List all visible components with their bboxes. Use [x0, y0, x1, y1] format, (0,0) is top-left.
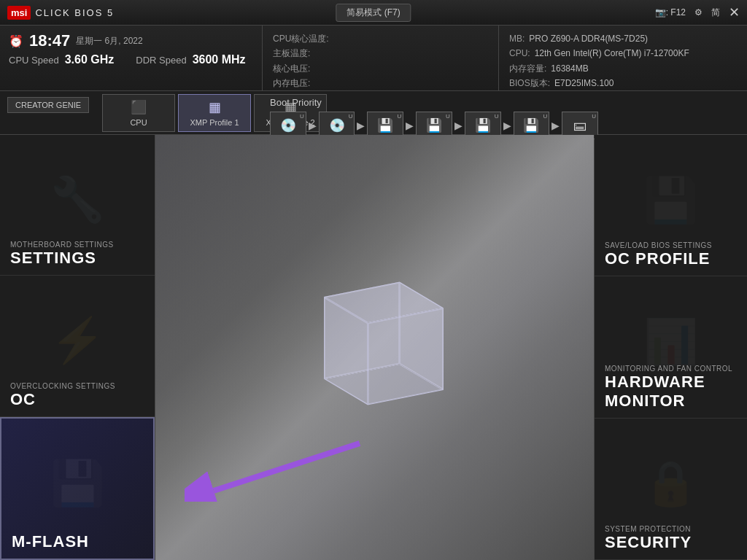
sidebar-item-security[interactable]: 🔒 System protection SECURITY	[595, 419, 747, 560]
settings-bg-icon: 🔧	[50, 174, 105, 226]
boot-arrow-4: ▶	[454, 120, 462, 131]
boot-priority-label: Boot Priority	[270, 97, 598, 108]
screenshot-button[interactable]: 📷: F12	[655, 7, 686, 18]
oc-profile-title: OC PROFILE	[605, 249, 737, 268]
xmp1-tab-icon: ▦	[209, 99, 221, 115]
time-row: ⏰ 18:47 星期一 6月, 2022	[9, 31, 253, 50]
logo: msi CLICK BIOS 5	[7, 6, 114, 20]
oc-bg-icon: ⚡	[50, 315, 105, 367]
msi-logo: msi	[7, 6, 31, 20]
ddr-speed-value: 3600 MHz	[193, 53, 246, 66]
top-center: 简易模式 (F7)	[336, 4, 411, 22]
ddr-speed-label: DDR Speed	[136, 55, 186, 66]
cpu-label: CPU:	[509, 46, 530, 61]
cube-container	[340, 300, 427, 387]
oc-subtitle: Overclocking settings	[10, 382, 144, 390]
oc-profile-bg-icon: 💾	[643, 174, 698, 226]
language-button[interactable]: 简	[711, 7, 720, 19]
left-sidebar: 🔧 Motherboard settings SETTINGS ⚡ Overcl…	[0, 135, 155, 560]
ddr-speed-item: DDR Speed 3600 MHz	[136, 53, 245, 66]
mb-temp-label: 主板温度:	[273, 46, 310, 61]
right-sidebar: 💾 Save/load BIOS settings OC PROFILE 📊 M…	[594, 135, 747, 560]
tab-cpu[interactable]: ⬛ CPU	[102, 94, 175, 132]
cpu-speed-item: CPU Speed 3.60 GHz	[9, 53, 114, 66]
mem-value: 16384MB	[551, 61, 588, 76]
bios-ver-label: BIOS版本:	[509, 76, 550, 90]
settings-subtitle: Motherboard settings	[10, 241, 144, 249]
time-display: 18:47	[29, 31, 70, 50]
time-section: ⏰ 18:47 星期一 6月, 2022 CPU Speed 3.60 GHz …	[0, 26, 263, 90]
hw-monitor-bg-icon: 📊	[643, 316, 698, 368]
boot-arrow-5: ▶	[503, 120, 511, 131]
cpu-temp-label: CPU核心温度:	[273, 31, 329, 46]
mb-label: MB:	[509, 31, 525, 46]
hw-monitor-title: HARDWARE MONITOR	[605, 373, 737, 411]
hw-monitor-subtitle: Monitoring and fan control	[605, 365, 737, 373]
sidebar-item-mflash[interactable]: 💾 M-FLASH	[0, 417, 155, 560]
boot-priority-section: Boot Priority 💿 ▶ 💿 ▶ 💾 ▶ 💾 ▶ 💾 ▶ 💾 ▶ 🖴	[270, 97, 598, 139]
settings-icon-button[interactable]: ⚙	[694, 7, 703, 18]
boot-arrow-6: ▶	[551, 120, 560, 131]
sidebar-item-hw-monitor[interactable]: 📊 Monitoring and fan control HARDWARE MO…	[595, 276, 747, 418]
cpu-speed-value: 3.60 GHz	[65, 53, 115, 66]
info-section: CPU核心温度: 主板温度: 核心电压: 内存电压: BIOS Mode: CS…	[263, 26, 499, 90]
close-button[interactable]: ✕	[729, 6, 740, 19]
boot-arrow-1: ▶	[309, 120, 317, 131]
bios-ver-row: BIOS版本: E7D25IMS.100	[509, 76, 737, 90]
bios-ver-value: E7D25IMS.100	[554, 76, 614, 90]
easy-mode-button[interactable]: 简易模式 (F7)	[336, 4, 411, 22]
cpu-speed-label: CPU Speed	[9, 55, 59, 66]
cpu-value: 12th Gen Intel(R) Core(TM) i7-12700KF	[535, 46, 689, 61]
security-title: SECURITY	[605, 533, 737, 552]
mflash-bg-icon: 💾	[50, 457, 105, 509]
sidebar-item-oc[interactable]: ⚡ Overclocking settings OC	[0, 276, 155, 416]
security-subtitle: System protection	[605, 525, 737, 533]
core-v-row: 核心电压:	[273, 61, 488, 76]
mb-temp-row: 主板温度:	[273, 46, 488, 61]
tab-xmp1-label: XMP Profile 1	[190, 118, 239, 127]
core-v-label: 核心电压:	[273, 61, 310, 76]
cpu-row: CPU: 12th Gen Intel(R) Core(TM) i7-12700…	[509, 46, 737, 61]
main-content: 🔧 Motherboard settings SETTINGS ⚡ Overcl…	[0, 135, 747, 560]
svg-line-1	[214, 443, 360, 491]
speed-row: CPU Speed 3.60 GHz DDR Speed 3600 MHz	[9, 53, 253, 66]
creator-genie-button[interactable]: CREATOR GENIE	[7, 97, 89, 113]
sidebar-item-oc-profile[interactable]: 💾 Save/load BIOS settings OC PROFILE	[595, 135, 747, 276]
profile-bar: CREATOR GENIE ⬛ CPU ▦ XMP Profile 1 ▦ XM…	[0, 91, 747, 135]
cube-face-front	[368, 308, 444, 405]
mem-v-label: 内存电压:	[273, 76, 310, 90]
mb-value: PRO Z690-A DDR4(MS-7D25)	[529, 31, 648, 46]
mem-row: 内存容量: 16384MB	[509, 61, 737, 76]
top-right-controls: 📷: F12 ⚙ 简 ✕	[655, 6, 740, 19]
mem-label: 内存容量:	[509, 61, 546, 76]
tab-cpu-label: CPU	[130, 118, 147, 127]
sys-section: MB: PRO Z690-A DDR4(MS-7D25) CPU: 12th G…	[499, 26, 747, 90]
bios-cube	[346, 295, 422, 392]
cpu-temp-row: CPU核心温度:	[273, 31, 488, 46]
oc-title: OC	[10, 390, 144, 409]
bios-logo-text: CLICK BIOS 5	[35, 7, 114, 18]
cpu-tab-icon: ⬛	[131, 99, 147, 115]
purple-arrow-graphic	[185, 436, 389, 502]
security-bg-icon: 🔒	[643, 458, 698, 510]
status-bar: ⏰ 18:47 星期一 6月, 2022 CPU Speed 3.60 GHz …	[0, 26, 747, 91]
mflash-title: M-FLASH	[12, 532, 143, 551]
mb-row: MB: PRO Z690-A DDR4(MS-7D25)	[509, 31, 737, 46]
mem-v-row: 内存电压:	[273, 76, 488, 90]
clock-icon: ⏰	[9, 34, 23, 48]
boot-arrow-2: ▶	[357, 120, 365, 131]
date-display: 星期一 6月, 2022	[76, 35, 142, 47]
tab-xmp1[interactable]: ▦ XMP Profile 1	[178, 94, 251, 132]
settings-title: SETTINGS	[10, 249, 144, 268]
center-area	[155, 135, 594, 560]
boot-arrow-3: ▶	[406, 120, 414, 131]
sidebar-item-settings[interactable]: 🔧 Motherboard settings SETTINGS	[0, 135, 155, 276]
top-bar: msi CLICK BIOS 5 简易模式 (F7) 📷: F12 ⚙ 简 ✕	[0, 0, 747, 26]
oc-profile-subtitle: Save/load BIOS settings	[605, 241, 737, 249]
